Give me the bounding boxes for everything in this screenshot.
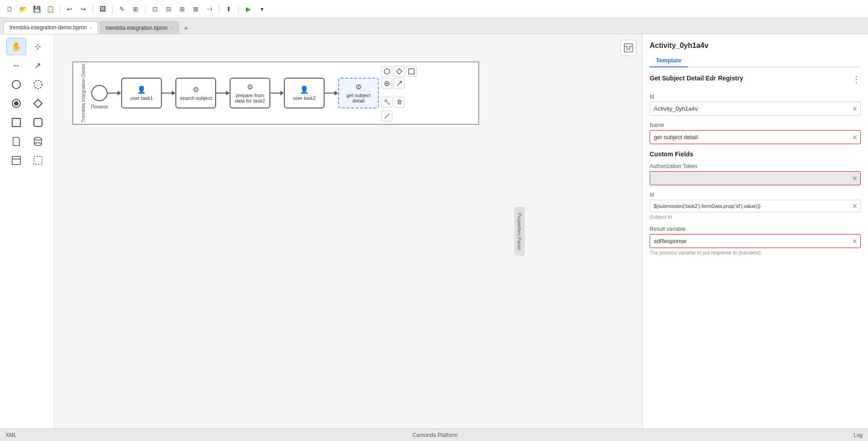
sep1 — [60, 5, 60, 14]
image-btn[interactable]: 🖼 — [97, 3, 108, 15]
status-bar: XML Camunda Platform Log — [0, 428, 868, 441]
hand-tool[interactable]: ✋ — [6, 38, 26, 55]
tab-add-btn[interactable]: + — [181, 23, 192, 34]
props-menu-btn[interactable]: ⋮ — [852, 74, 861, 84]
float-wrench-btn[interactable]: 🔧 — [382, 97, 392, 108]
tab-2[interactable]: trembita-integration.bpmn ○ — [100, 21, 179, 34]
resize-tool[interactable]: ↔ — [6, 57, 26, 74]
run-dropdown-btn[interactable]: ▾ — [256, 3, 268, 15]
name-clear-btn[interactable]: ✕ — [852, 134, 858, 141]
submission-id-clear-btn[interactable]: ✕ — [852, 202, 858, 210]
bpmn-start-label: Початок — [91, 104, 108, 109]
tab-1[interactable]: trembita-integration-demo.bpmn ○ — [4, 21, 98, 34]
save-btn[interactable]: 💾 — [31, 3, 42, 15]
float-append-btn[interactable] — [382, 78, 392, 89]
collapse-btn[interactable]: ⊟ — [163, 3, 175, 15]
redo-btn[interactable]: ↪ — [77, 3, 89, 15]
name-field: Name ✕ — [650, 122, 861, 144]
dashed-rect-tool[interactable] — [28, 152, 48, 169]
square-tool[interactable] — [6, 114, 26, 131]
expand-btn[interactable]: ⊡ — [149, 3, 161, 15]
float-arrow-btn[interactable] — [382, 111, 392, 122]
panel-tool[interactable] — [6, 152, 26, 169]
svg-rect-11 — [12, 156, 20, 164]
float-circle-btn[interactable] — [382, 66, 392, 77]
document-tool[interactable] — [6, 133, 26, 150]
svg-rect-14 — [624, 44, 632, 52]
auth-token-input-wrapper: ✕ — [650, 171, 861, 185]
svg-point-1 — [34, 80, 42, 89]
id-clear-btn[interactable]: ✕ — [852, 105, 858, 113]
result-variable-clear-btn[interactable]: ✕ — [852, 238, 858, 245]
name-field-label: Name — [650, 122, 861, 128]
result-variable-input[interactable] — [650, 235, 860, 248]
new-file-btn[interactable]: 🗋 — [4, 3, 15, 15]
id-input[interactable] — [650, 102, 860, 115]
run-btn[interactable]: ▶ — [242, 3, 254, 15]
float-connect-btn[interactable] — [394, 78, 405, 89]
upload-btn[interactable]: ⬆ — [223, 3, 235, 15]
database-tool[interactable] — [28, 133, 48, 150]
props-tab-template[interactable]: Template — [650, 54, 688, 67]
align-btn[interactable]: ⊞ — [130, 3, 142, 15]
toolbox-row-5 — [6, 114, 48, 131]
dashed-circle-tool[interactable] — [28, 76, 48, 93]
svg-marker-16 — [396, 69, 402, 74]
submission-id-input[interactable] — [650, 200, 860, 212]
toolbox-row-1: ✋ ⊹ — [6, 38, 48, 55]
auth-token-input[interactable] — [650, 172, 860, 185]
tab-2-close[interactable]: ○ — [170, 25, 173, 30]
map-icon[interactable] — [620, 40, 637, 56]
chart-btn[interactable]: ⊠ — [190, 3, 202, 15]
arrow-4 — [325, 91, 338, 95]
bpmn-task-2[interactable]: ⚙ search subject — [175, 78, 216, 108]
float-rect-btn[interactable] — [406, 66, 417, 77]
connect-tool[interactable]: ↗ — [28, 57, 48, 74]
rounded-rect-tool[interactable] — [28, 114, 48, 131]
status-right[interactable]: Log — [854, 432, 863, 438]
diamond-tool[interactable] — [28, 95, 48, 112]
data-btn[interactable]: ⊞ — [176, 3, 188, 15]
svg-marker-4 — [34, 99, 42, 108]
id-input-wrapper: ✕ — [650, 102, 861, 116]
save-as-btn[interactable]: 📋 — [44, 3, 56, 15]
svg-rect-5 — [12, 118, 20, 127]
bpmn-task-4[interactable]: 👤 user task2 — [284, 78, 325, 108]
edit-btn[interactable]: ✎ — [116, 3, 128, 15]
chart2-btn[interactable]: ⊣ — [203, 3, 215, 15]
canvas-area[interactable]: Properties Panel Trembita Integration De… — [54, 34, 642, 428]
properties-panel-toggle[interactable]: Properties Panel — [514, 207, 524, 255]
id-field: Id ✕ — [650, 94, 861, 116]
float-diamond-btn[interactable] — [394, 66, 405, 77]
auth-token-field: Authorization Token ✕ — [650, 163, 861, 185]
arrow-1 — [162, 91, 175, 95]
filled-circle-tool[interactable] — [6, 95, 26, 112]
submission-id-label: Id — [650, 192, 861, 198]
float-delete-btn[interactable]: 🗑 — [394, 97, 405, 108]
circle-tool[interactable] — [6, 76, 26, 93]
arrow-0 — [108, 91, 121, 95]
props-section-header: ⋮ Get Subject Detail Edr Registry — [650, 75, 861, 87]
status-left[interactable]: XML — [5, 432, 17, 438]
bpmn-task-3[interactable]: ⚙ prepare from data for task2 — [230, 78, 270, 108]
svg-line-21 — [397, 81, 401, 86]
props-header: Activity_0yh1a4v — [650, 42, 861, 54]
properties-panel: Activity_0yh1a4v Template ⋮ Get Subject … — [642, 34, 868, 428]
svg-rect-17 — [409, 69, 414, 74]
bpmn-diagram[interactable]: Trembita Integration Demo Початок 👤 user… — [72, 61, 479, 125]
undo-btn[interactable]: ↩ — [64, 3, 75, 15]
open-file-btn[interactable]: 📂 — [17, 3, 29, 15]
bpmn-start-event[interactable] — [91, 85, 108, 101]
toolbar: 🗋 📂 💾 📋 ↩ ↪ 🖼 ✎ ⊞ ⊡ ⊟ ⊞ ⊠ ⊣ ⬆ ▶ ▾ — [0, 0, 868, 18]
bpmn-task-5[interactable]: ⚙ get subject detail — [338, 78, 379, 108]
arrow-3 — [270, 91, 284, 95]
bpmn-task-1[interactable]: 👤 user task1 — [121, 78, 162, 108]
sep5 — [219, 5, 219, 14]
lasso-tool[interactable]: ⊹ — [28, 38, 48, 55]
props-section-title: Get Subject Detail Edr Registry — [650, 75, 861, 82]
name-input[interactable] — [650, 131, 860, 144]
auth-token-label: Authorization Token — [650, 163, 861, 169]
result-variable-field: Result variable ✕ The process variable t… — [650, 226, 861, 255]
auth-token-clear-btn[interactable]: ✕ — [852, 175, 858, 182]
tab-1-close[interactable]: ○ — [90, 25, 92, 30]
